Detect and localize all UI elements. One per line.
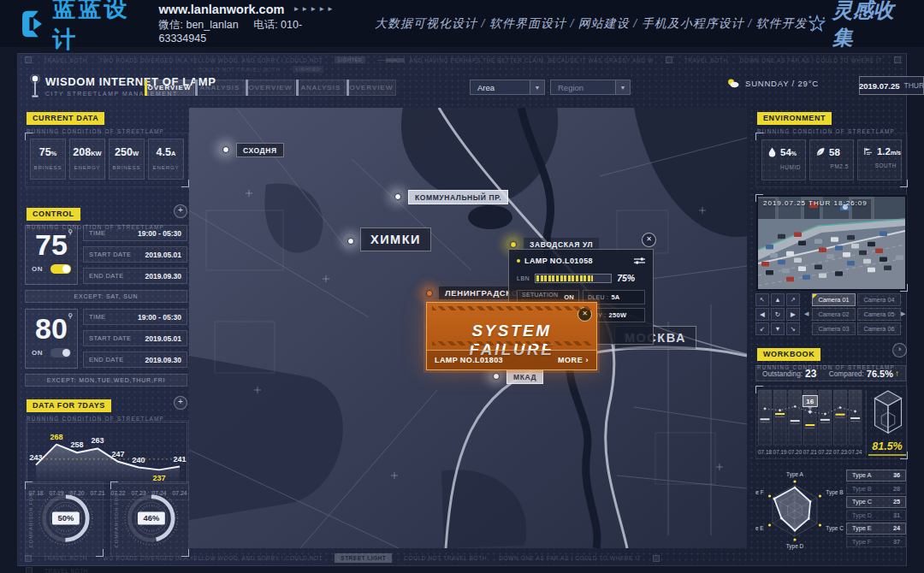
environment-tag: ENVIRONMENT RUNNING CONDITION OF STREETL… [757,109,895,134]
tab-overview-3[interactable]: OVERVIEW [346,80,396,96]
status-dot [517,259,520,263]
data-point-label: 241 [173,455,186,464]
decor-strip-bottom: TRAVEL BOTH TWO ROADS DIVERGED IN A YELL… [25,553,748,563]
schedule1-end-row: END DATE 2019.09.30 [83,268,187,284]
workbook-next-button[interactable]: › [892,343,907,357]
tab-overview-1[interactable]: OVERVIEW [145,80,194,96]
weather-text: SUNNDAY / 29°C [745,79,819,88]
radar-axis-label: Type B [826,489,843,496]
camera-list-prev-icon[interactable]: ◀ [804,310,808,317]
area-select[interactable]: Area ▼ [470,80,545,95]
map-pin-leningradskoe[interactable] [422,286,436,300]
x-tick-label: 07.23 [833,449,847,455]
hazard-stripes [432,306,591,310]
radar-axis-dot [819,523,821,526]
decor-strip-top2: COULD NOT TRAVEL BOTH LIGHTED [198,66,323,73]
x-tick-label: 07.22 [818,449,832,455]
type-b-row[interactable]: Type B28 [846,483,906,495]
camera-02-button[interactable]: Camera 02 [812,308,856,321]
more-button[interactable]: MORE › [558,356,589,364]
brightness-bar-row: LBN 75% [517,273,645,283]
map-pin-kommunalny[interactable] [390,189,405,204]
pan-up-icon[interactable]: ▲ [771,293,785,306]
type-e-row[interactable]: Type E24 [846,523,906,535]
tab-analysis-2[interactable]: ANALYSIS [296,80,346,96]
schedule2-toggle[interactable] [50,348,71,357]
x-tick-label: 07.18 [758,449,772,455]
map-label-shodnya[interactable]: СХОДНЯ [236,143,284,157]
data-point-label: 263 [91,436,104,445]
tooltip-value: 16 [806,398,814,405]
checkbox-decor [666,56,672,63]
pan-up-left-icon[interactable]: ↖ [755,293,769,306]
gauge-value: 46% [144,514,160,523]
camera-01-button[interactable]: Camera 01 [812,293,856,306]
schedule2-time-row: TIME 19:00 - 05:30 [83,309,187,325]
radar-axis-dot [768,494,771,497]
camera-06-button[interactable]: Camera 06 [857,322,901,335]
pan-left-icon[interactable]: ◀ [755,308,769,321]
bar-level-marker [836,414,845,416]
data-point-label: 247 [111,450,124,458]
radar-axis-dot [768,523,771,526]
schedule1-time-row: TIME 19:00 - 05:30 [83,225,187,241]
map-label-kommunalny[interactable]: КОММУНАЛЬНЫЙ ПР. [408,190,508,204]
pan-right-icon[interactable]: ▶ [786,308,800,321]
map-pin-khimki[interactable] [343,233,358,248]
lanlan-logo: 蓝蓝设计 [21,0,140,55]
stat-energy-kw: 208KW ENERGY [69,139,105,180]
schedule1-toggle[interactable] [50,264,71,274]
star-icon [808,13,826,35]
map-label-khimki[interactable]: ХИМКИ [360,227,431,251]
camera-03-button[interactable]: Camera 03 [812,322,856,335]
radar-axis-label: Type F [755,489,764,496]
radar-axis-dot [819,494,821,497]
tab-analysis-1[interactable]: ANALYSIS [195,80,245,96]
camera-05-button[interactable]: Camera 05 [857,308,901,321]
popup-close-icon[interactable]: ✕ [642,233,656,247]
type-f-row[interactable]: Type F37 [846,536,906,548]
x-tick-label: 07.24 [849,449,862,455]
radar-axis-dot [793,480,796,482]
env-pm25: 58 PM2.5 [809,139,854,180]
data-point-label: 240 [132,456,145,464]
bar [789,390,802,445]
comparison-gauge-card: 46%COMPARISON FOR [110,481,189,557]
region-select[interactable]: Region ▼ [550,80,631,95]
add-schedule-button[interactable]: + [174,204,187,218]
bar-level-marker [761,418,770,420]
camera-list-next-icon[interactable]: ▶ [901,310,905,317]
radar-axis-label: Type C [826,525,844,532]
type-c-row[interactable]: Type C25 [846,496,906,508]
gauge-side-label: COMPARISON FOR [28,493,33,547]
pan-down-icon[interactable]: ▼ [771,322,785,335]
sliders-icon[interactable] [634,257,645,265]
data-point-label: 268 [50,433,62,441]
pan-down-left-icon[interactable]: ↙ [755,322,769,335]
expand-chart-button[interactable]: + [174,396,187,410]
decor-strip-top: TRAVEL BOTH TWO ROADS DIVERGED IN A YELL… [25,56,901,63]
map-pin-mkad[interactable] [489,369,503,383]
tab-overview-2[interactable]: OVERVIEW [246,80,295,96]
stat-briness-w: 250W BRINESS [109,139,145,180]
map-label-mkad[interactable]: МКАД [506,369,543,384]
bar [759,390,772,445]
radar-axis-label: Type E [755,525,764,532]
wechat-contact: 微信: ben_lanlan [159,19,239,31]
type-d-row[interactable]: Type D31 [846,510,906,522]
website-url: www.lanlanwork.com [159,2,285,17]
weather-status: SUNNDAY / 29°C [726,78,819,88]
type-a-row[interactable]: Type A36 [846,470,906,481]
date-value: 2019.07.25 [859,81,900,91]
checkbox-decor [653,555,660,562]
pan-up-right-icon[interactable]: ↗ [786,293,800,306]
camera-04-button[interactable]: Camera 04 [857,293,901,306]
street-light-tag: STREET LIGHT [335,553,392,563]
map-pin-shodnya[interactable] [218,142,233,157]
refresh-icon[interactable]: ↻ [771,308,785,321]
lamp-mini-icon: ⚲ [68,228,73,236]
pan-down-right-icon[interactable]: ↘ [786,322,800,335]
checkbox-decor [25,56,32,63]
brightness-level-box-2: ⚲ 80 ON [25,309,78,369]
bar-level-marker [820,419,830,421]
